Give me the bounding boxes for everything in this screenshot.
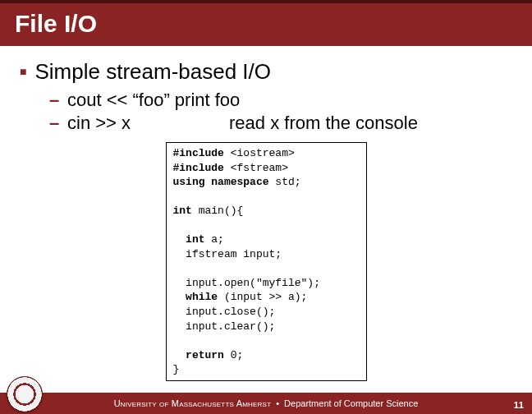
footer-separator: • <box>276 398 279 408</box>
sub-bullet-text-left: cin >> x <box>67 113 131 134</box>
code-text: input.clear(); <box>173 320 276 333</box>
sub-bullet-item: – cin >> x read x from the console <box>49 113 512 134</box>
code-text: <fstream> <box>224 162 288 174</box>
main-bullet: ■ Simple stream-based I/O <box>20 59 512 85</box>
code-example: #include <iostream> #include <fstream> u… <box>166 142 367 381</box>
dash-icon: – <box>49 90 61 111</box>
footer-university: University of Massachusetts Amherst <box>114 398 272 408</box>
code-keyword: using namespace <box>173 176 269 188</box>
code-text: input.close(); <box>173 306 276 318</box>
code-keyword: #include <box>173 162 224 174</box>
main-bullet-text: Simple stream-based I/O <box>34 59 271 85</box>
code-text: a; <box>205 233 224 246</box>
sub-bullet-list: – cout << “foo” print foo – cin >> x rea… <box>49 90 512 134</box>
code-keyword: while <box>173 291 218 303</box>
dash-icon: – <box>49 113 61 134</box>
footer-bar: University of Massachusetts Amherst • De… <box>0 393 532 414</box>
code-keyword: int <box>173 205 192 217</box>
code-text: std; <box>269 176 301 188</box>
bullet-square-icon: ■ <box>20 66 26 77</box>
code-text: 0; <box>224 349 243 361</box>
code-text: (input >> a); <box>218 291 307 303</box>
footer-department: Department of Computer Science <box>284 398 418 408</box>
page-number: 11 <box>514 400 524 410</box>
university-seal-icon <box>7 376 43 412</box>
code-keyword: int <box>173 233 205 246</box>
slide-title: File I/O <box>15 10 517 38</box>
sub-bullet-text: cout << “foo” print foo <box>67 90 240 111</box>
code-keyword: return <box>173 349 224 361</box>
code-text: <iostream> <box>224 147 295 159</box>
code-text: input.open("myfile"); <box>173 277 320 289</box>
sub-bullet-text-right: read x from the console <box>229 113 418 134</box>
slide-content: ■ Simple stream-based I/O – cout << “foo… <box>0 46 532 381</box>
sub-bullet-item: – cout << “foo” print foo <box>49 90 512 111</box>
code-text: ifstream input; <box>173 248 282 260</box>
code-text: } <box>173 363 180 375</box>
code-keyword: #include <box>173 147 224 159</box>
code-text: main(){ <box>192 205 243 217</box>
title-bar: File I/O <box>0 0 532 46</box>
